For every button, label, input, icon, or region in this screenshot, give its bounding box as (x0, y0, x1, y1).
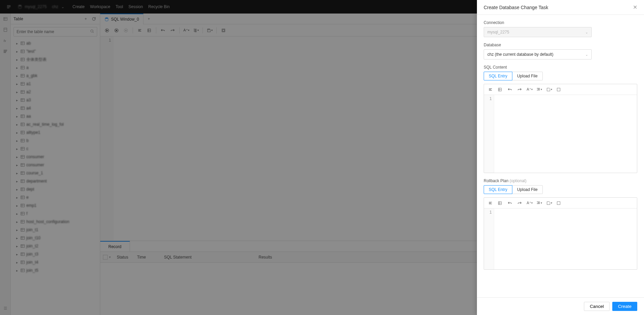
svg-rect-132 (538, 89, 540, 89)
svg-rect-127 (489, 88, 492, 89)
cancel-button[interactable]: Cancel (584, 302, 610, 311)
svg-rect-134 (557, 88, 560, 91)
create-task-drawer: Create Database Change Task ✕ Connection… (477, 0, 644, 315)
sql-content-textarea[interactable] (494, 95, 637, 173)
chevron-down-icon: ⌄ (585, 30, 588, 34)
svg-rect-137 (489, 203, 492, 204)
svg-rect-141 (537, 203, 540, 203)
svg-rect-133 (537, 90, 540, 90)
editor-gutter: 1 (484, 209, 494, 269)
font-icon[interactable]: A⁺▾ (525, 199, 534, 207)
undo-icon[interactable] (506, 86, 514, 94)
save-icon[interactable]: ▾ (545, 86, 554, 94)
svg-rect-139 (537, 201, 540, 202)
radio-upload-file[interactable]: Upload File (512, 72, 543, 80)
chevron-down-icon[interactable]: ⌄ (585, 53, 588, 56)
svg-rect-129 (489, 90, 492, 90)
plan-icon[interactable] (495, 86, 504, 94)
svg-rect-128 (489, 89, 491, 90)
expand-icon[interactable] (554, 199, 563, 207)
rollback-textarea[interactable] (494, 209, 637, 269)
format-icon[interactable] (486, 199, 495, 207)
database-label: Database (484, 43, 637, 47)
sql-content-label: SQL Content (484, 65, 637, 70)
redo-icon[interactable] (515, 199, 524, 207)
connection-select: mysql_2275 ⌄ (484, 27, 592, 37)
editor-gutter: 1 (484, 95, 494, 173)
drawer-title: Create Database Change Task (484, 5, 633, 10)
format-icon[interactable] (486, 86, 495, 94)
svg-rect-131 (537, 88, 540, 88)
drawer-header: Create Database Change Task ✕ (477, 0, 644, 15)
font-icon[interactable]: A⁺▾ (525, 86, 534, 94)
svg-rect-142 (557, 201, 560, 204)
radio-sql-entry[interactable]: SQL Entry (484, 72, 512, 80)
rollback-editor: A⁺▾ ▾ ▾ 1 (484, 197, 637, 270)
svg-rect-136 (489, 203, 491, 203)
drawer-footer: Cancel Create (477, 297, 644, 315)
expand-icon[interactable] (554, 86, 563, 94)
drawer-body: Connection mysql_2275 ⌄ Database chz (th… (477, 15, 644, 297)
redo-icon[interactable] (515, 86, 524, 94)
rollback-radio: SQL Entry Upload File (484, 185, 637, 194)
save-icon[interactable]: ▾ (545, 199, 554, 207)
sql-content-editor: A⁺▾ ▾ ▾ 1 (484, 84, 637, 173)
indent-icon[interactable]: ▾ (535, 199, 543, 207)
radio-rollback-upload[interactable]: Upload File (512, 185, 543, 194)
sql-content-radio: SQL Entry Upload File (484, 72, 637, 80)
indent-icon[interactable]: ▾ (535, 86, 543, 94)
undo-icon[interactable] (506, 199, 514, 207)
svg-rect-140 (538, 202, 540, 203)
create-button[interactable]: Create (612, 302, 637, 311)
database-select[interactable]: chz (the current database by default) ⌄ (484, 49, 592, 59)
modal-mask[interactable] (0, 0, 477, 315)
plan-icon[interactable] (495, 199, 504, 207)
svg-rect-135 (489, 202, 492, 202)
rollback-label: Rollback Plan (optional) (484, 178, 637, 183)
connection-label: Connection (484, 20, 637, 25)
close-icon[interactable]: ✕ (633, 4, 637, 10)
radio-rollback-sql[interactable]: SQL Entry (484, 185, 512, 194)
